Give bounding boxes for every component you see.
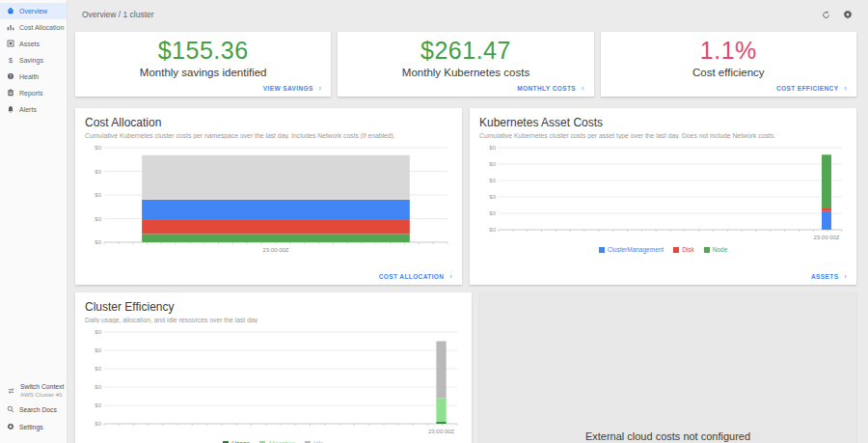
svg-text:$0: $0 (489, 194, 496, 200)
svg-text:$0: $0 (95, 145, 101, 151)
current-context-name: AWS Cluster #1 (20, 391, 64, 398)
legend-item: Node (704, 246, 728, 253)
sidebar-item-label: Health (19, 73, 39, 80)
legend-swatch (599, 247, 605, 253)
panel-title: Cost Allocation (85, 116, 452, 129)
sidebar: Overview Cost Allocation Assets $ Saving… (0, 0, 68, 443)
svg-text:$0: $0 (95, 384, 101, 390)
svg-text:$0: $0 (95, 169, 101, 175)
view-savings-link[interactable]: VIEW SAVINGS› (263, 85, 322, 92)
panel-subtitle: Cumulative Kubernetes cluster costs per … (85, 132, 452, 139)
svg-text:$0: $0 (489, 210, 496, 216)
svg-text:$0: $0 (95, 402, 101, 408)
sidebar-item-cost-allocation[interactable]: Cost Allocation (0, 19, 67, 36)
breadcrumb: Overview / 1 cluster (82, 10, 154, 19)
refresh-icon[interactable] (822, 6, 830, 23)
gear-icon[interactable] (843, 6, 853, 23)
cost-efficiency-value: 1.1% (601, 37, 856, 65)
cost-efficiency-label: Cost efficiency (601, 67, 856, 78)
legend-item: Disk (673, 246, 694, 253)
external-cloud-panel: External cloud costs not configured CONF… (479, 292, 856, 443)
legend-label: Node (713, 246, 728, 253)
cluster-efficiency-chart: $0$0$0$0$0$023:00:00Z (85, 328, 462, 438)
panel-title: Cluster Efficiency (85, 300, 462, 314)
legend-swatch (704, 247, 710, 253)
sidebar-item-label: Cost Allocation (19, 24, 64, 31)
home-icon (7, 7, 14, 15)
monthly-costs-label: Monthly Kubernetes costs (338, 67, 593, 78)
sidebar-item-savings[interactable]: $ Savings (0, 52, 67, 69)
gear-icon (7, 423, 14, 431)
sidebar-item-overview[interactable]: Overview (0, 3, 67, 19)
legend-item: ClusterManagement (599, 246, 665, 253)
svg-text:$0: $0 (95, 366, 101, 372)
sidebar-item-health[interactable]: Health (0, 69, 67, 85)
savings-label: Monthly savings identified (75, 67, 331, 78)
cluster-efficiency-panel: Cluster Efficiency Daily usage, allocati… (75, 292, 472, 443)
svg-text:23:00:00Z: 23:00:00Z (813, 235, 839, 240)
chevron-right-icon: › (844, 85, 847, 92)
monthly-costs-value: $261.47 (338, 37, 593, 65)
bell-icon (7, 105, 14, 114)
cost-efficiency-link[interactable]: COST EFFICIENCY› (776, 85, 847, 92)
external-cloud-message: External cloud costs not configured (479, 430, 856, 442)
sidebar-item-alerts[interactable]: Alerts (0, 101, 67, 118)
chevron-right-icon: › (449, 273, 452, 280)
legend-swatch (673, 247, 679, 253)
panel-subtitle: Daily usage, allocation, and idle resour… (85, 317, 462, 323)
dollar-icon: $ (7, 56, 14, 65)
sidebar-item-reports[interactable]: Reports (0, 85, 67, 101)
legend-label: ClusterManagement (608, 246, 665, 253)
asset-costs-chart: $0$0$0$0$0$023:00:00Z (479, 144, 847, 244)
panel-title: Kubernetes Asset Costs (479, 116, 847, 129)
search-icon (7, 405, 14, 414)
monthly-costs-card: $261.47 Monthly Kubernetes costs MONTHLY… (338, 32, 593, 97)
svg-text:$0: $0 (95, 347, 101, 353)
svg-text:$0: $0 (95, 239, 101, 245)
sidebar-item-label: Reports (19, 90, 43, 97)
settings-button[interactable]: Settings (0, 418, 67, 435)
sidebar-item-label: Assets (19, 41, 40, 47)
svg-text:23:00:00Z: 23:00:00Z (262, 247, 288, 253)
charts-row-1: Cost Allocation Cumulative Kubernetes cl… (68, 97, 868, 285)
asset-costs-legend: ClusterManagementDiskNode (479, 246, 847, 253)
svg-text:$0: $0 (489, 161, 496, 167)
sidebar-item-label: Overview (19, 8, 47, 14)
stat-cards-row: $155.36 Monthly savings identified VIEW … (68, 29, 868, 97)
search-docs-label: Search Docs (19, 406, 57, 413)
search-docs-button[interactable]: Search Docs (0, 401, 67, 418)
settings-label: Settings (19, 424, 43, 430)
svg-text:23:00:00Z: 23:00:00Z (428, 429, 454, 434)
svg-text:$0: $0 (95, 216, 101, 222)
cost-allocation-link[interactable]: COST ALLOCATION› (379, 273, 452, 280)
charts-row-2: Cluster Efficiency Daily usage, allocati… (68, 285, 868, 443)
svg-text:$0: $0 (95, 329, 101, 335)
chevron-right-icon: › (319, 85, 322, 92)
svg-text:$0: $0 (489, 178, 496, 183)
health-circle-icon (7, 72, 14, 81)
clipboard-icon (7, 89, 14, 97)
cost-allocation-panel: Cost Allocation Cumulative Kubernetes cl… (75, 108, 462, 285)
svg-text:$0: $0 (489, 227, 496, 233)
sidebar-item-assets[interactable]: Assets (0, 36, 67, 52)
asset-costs-panel: Kubernetes Asset Costs Cumulative Kubern… (470, 108, 856, 285)
cost-efficiency-card: 1.1% Cost efficiency COST EFFICIENCY› (601, 32, 856, 97)
svg-text:$0: $0 (95, 421, 101, 427)
svg-text:$0: $0 (489, 145, 496, 151)
savings-value: $155.36 (75, 37, 331, 65)
chevron-right-icon: › (844, 273, 847, 280)
assets-box-icon (7, 40, 14, 48)
switch-arrows-icon (7, 381, 15, 399)
switch-context-button[interactable]: Switch Context AWS Cluster #1 (0, 379, 67, 401)
sidebar-item-label: Alerts (19, 106, 37, 113)
svg-text:$0: $0 (95, 192, 101, 198)
bar-chart-icon (7, 23, 14, 32)
main-content: Overview / 1 cluster $155.36 Monthly sav… (68, 0, 868, 443)
sidebar-item-label: Savings (19, 57, 43, 64)
legend-label: Disk (682, 246, 694, 253)
cost-allocation-chart: $0$0$0$0$023:00:00Z (85, 144, 452, 257)
sidebar-footer: Switch Context AWS Cluster #1 Search Doc… (0, 379, 67, 443)
assets-link[interactable]: ASSETS› (811, 273, 847, 280)
monthly-costs-link[interactable]: MONTHLY COSTS› (517, 85, 583, 92)
chevron-right-icon: › (582, 85, 584, 92)
